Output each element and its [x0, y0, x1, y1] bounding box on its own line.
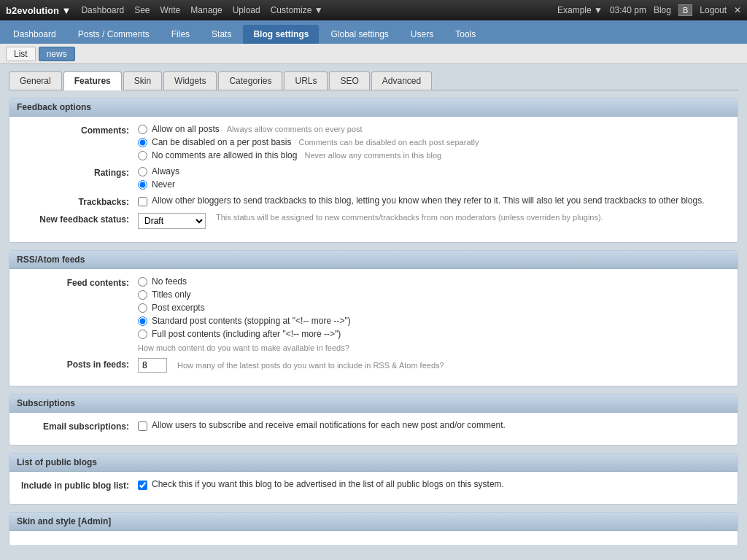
- feed-excerpts[interactable]: Post excerpts: [138, 303, 726, 313]
- comments-label: Comments:: [21, 124, 138, 136]
- top-nav-dashboard[interactable]: Dashboard: [81, 5, 124, 15]
- tab-widgets[interactable]: Widgets: [163, 71, 217, 90]
- scrollable-area: General Features Skin Widgets Categories…: [0, 64, 747, 560]
- ratings-never-radio[interactable]: [138, 180, 147, 190]
- ratings-always-option[interactable]: Always: [138, 166, 726, 176]
- include-public-label: Include in public blog list:: [21, 479, 138, 491]
- ratings-label: Ratings:: [21, 166, 138, 178]
- tab-dashboard[interactable]: Dashboard: [3, 25, 66, 44]
- email-subscriptions-label: Email subscriptions:: [21, 420, 138, 432]
- tab-categories[interactable]: Categories: [218, 71, 282, 90]
- tab-skin[interactable]: Skin: [123, 71, 162, 90]
- email-subscriptions-field: Allow users to subscribe and receive ema…: [138, 420, 726, 431]
- trackbacks-row: Trackbacks: Allow other bloggers to send…: [21, 195, 726, 207]
- tab-seo[interactable]: SEO: [329, 71, 369, 90]
- include-public-checkbox[interactable]: [138, 481, 147, 490]
- tab-advanced[interactable]: Advanced: [371, 71, 432, 90]
- new-feedback-help: This status will be assigned to new comm…: [216, 213, 603, 222]
- feed-titles-radio[interactable]: [138, 290, 147, 300]
- top-nav-write[interactable]: Write: [160, 5, 181, 15]
- top-nav-see[interactable]: See: [134, 5, 150, 15]
- tab-blog-settings[interactable]: Blog settings: [243, 25, 319, 44]
- feed-help: How much content do you want to make ava…: [138, 343, 726, 352]
- feed-full[interactable]: Full post contents (including after "<!-…: [138, 329, 726, 339]
- feedback-section: Feedback options Comments: Allow on all …: [9, 98, 738, 243]
- trackbacks-label: Trackbacks:: [21, 195, 138, 207]
- comments-per-post-radio[interactable]: [138, 138, 147, 147]
- blog-button[interactable]: B: [678, 4, 692, 16]
- tab-users[interactable]: Users: [400, 25, 444, 44]
- app-name[interactable]: b2evolution ▼: [6, 5, 71, 16]
- comments-all-option[interactable]: Allow on all posts Always allow comments…: [138, 124, 726, 134]
- top-nav-upload[interactable]: Upload: [233, 5, 260, 15]
- sub-nav-list[interactable]: List: [6, 47, 36, 61]
- feed-full-radio[interactable]: [138, 330, 147, 339]
- ratings-always-radio[interactable]: [138, 167, 147, 176]
- top-nav-customize[interactable]: Customize ▼: [271, 5, 323, 15]
- ratings-never-option[interactable]: Never: [138, 179, 726, 190]
- subscriptions-content: Email subscriptions: Allow users to subs…: [9, 413, 738, 445]
- email-subscriptions-option[interactable]: Allow users to subscribe and receive ema…: [138, 420, 726, 431]
- feed-contents-label: Feed contents:: [21, 276, 138, 288]
- rss-header: RSS/Atom feeds: [9, 251, 738, 269]
- feed-no-feeds[interactable]: No feeds: [138, 276, 726, 287]
- feed-contents-field: No feeds Titles only Post excerpts: [138, 276, 726, 352]
- rss-section: RSS/Atom feeds Feed contents: No feeds T…: [9, 250, 738, 386]
- feedback-header: Feedback options: [9, 98, 738, 117]
- example-dropdown[interactable]: Example ▼: [557, 5, 603, 15]
- include-public-field: Check this if you want this blog to be a…: [138, 479, 726, 490]
- feedback-content: Comments: Allow on all posts Always allo…: [9, 117, 738, 242]
- new-feedback-select[interactable]: Draft Published Deprecated Redirected: [138, 213, 206, 229]
- new-feedback-field: Draft Published Deprecated Redirected Th…: [138, 213, 726, 229]
- trackbacks-field: Allow other bloggers to send trackbacks …: [138, 195, 726, 206]
- top-nav-manage[interactable]: Manage: [190, 5, 222, 15]
- tab-general[interactable]: General: [9, 71, 62, 90]
- comments-row: Comments: Allow on all posts Always allo…: [21, 124, 726, 160]
- rss-content: Feed contents: No feeds Titles only P: [9, 269, 738, 386]
- tab-global-settings[interactable]: Global settings: [320, 25, 398, 44]
- include-public-option[interactable]: Check this if you want this blog to be a…: [138, 479, 726, 490]
- sub-nav-news[interactable]: news: [39, 47, 75, 61]
- tab-stats[interactable]: Stats: [201, 25, 241, 44]
- tab-tools[interactable]: Tools: [445, 25, 486, 44]
- page-wrapper: b2evolution ▼ Dashboard See Write Manage…: [0, 0, 747, 560]
- trackbacks-option[interactable]: Allow other bloggers to send trackbacks …: [138, 195, 726, 206]
- tab-posts-comments[interactable]: Posts / Comments: [68, 25, 160, 44]
- skin-content: [9, 531, 738, 545]
- posts-in-feeds-help: How many of the latest posts do you want…: [177, 361, 444, 370]
- email-subscriptions-row: Email subscriptions: Allow users to subs…: [21, 420, 726, 432]
- email-subscriptions-checkbox[interactable]: [138, 421, 147, 431]
- ratings-field: Always Never: [138, 166, 726, 190]
- feed-standard[interactable]: Standard post contents (stopping at "<!-…: [138, 316, 726, 326]
- new-feedback-label: New feedback status:: [21, 213, 138, 225]
- posts-in-feeds-row: Posts in feeds: How many of the latest p…: [21, 358, 726, 373]
- public-blogs-section: List of public blogs Include in public b…: [9, 453, 738, 505]
- posts-in-feeds-input[interactable]: [138, 358, 167, 373]
- main-nav: Dashboard Posts / Comments Files Stats B…: [0, 20, 747, 44]
- feed-excerpts-radio[interactable]: [138, 303, 147, 313]
- comments-none-radio[interactable]: [138, 151, 147, 160]
- blog-label: Blog: [654, 5, 671, 15]
- trackbacks-checkbox[interactable]: [138, 197, 147, 206]
- tab-features[interactable]: Features: [63, 71, 122, 90]
- comments-all-radio[interactable]: [138, 125, 147, 134]
- comments-none-option[interactable]: No comments are allowed in this blog Nev…: [138, 150, 726, 160]
- top-bar-left: b2evolution ▼ Dashboard See Write Manage…: [6, 5, 323, 16]
- ratings-row: Ratings: Always Never: [21, 166, 726, 190]
- sub-nav: List news: [0, 44, 747, 64]
- feed-titles-only[interactable]: Titles only: [138, 289, 726, 300]
- posts-in-feeds-field: How many of the latest posts do you want…: [138, 358, 726, 373]
- logout-icon: ✕: [734, 5, 741, 15]
- subscriptions-header: Subscriptions: [9, 394, 738, 413]
- top-bar: b2evolution ▼ Dashboard See Write Manage…: [0, 0, 747, 20]
- skin-section: Skin and style [Admin]: [9, 512, 738, 546]
- posts-in-feeds-label: Posts in feeds:: [21, 358, 138, 370]
- tab-urls[interactable]: URLs: [284, 71, 328, 90]
- tab-files[interactable]: Files: [161, 25, 200, 44]
- current-time: 03:40 pm: [610, 5, 646, 15]
- public-blogs-header: List of public blogs: [9, 454, 738, 472]
- comments-per-post-option[interactable]: Can be disabled on a per post basis Comm…: [138, 137, 726, 147]
- logout-link[interactable]: Logout: [700, 5, 727, 15]
- feed-standard-radio[interactable]: [138, 316, 147, 326]
- feed-no-feeds-radio[interactable]: [138, 277, 147, 287]
